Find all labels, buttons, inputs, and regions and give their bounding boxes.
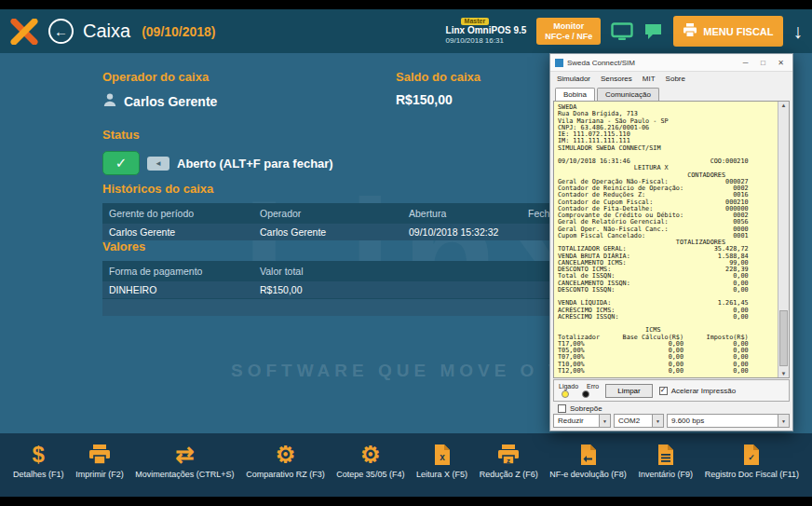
topbar-right: Master Linx OmniPOS 9.5 09/10/2018 16:31…	[446, 16, 803, 47]
menu-fiscal-button[interactable]: MENU FISCAL	[673, 16, 782, 47]
status-section: Status ✓ ◄ Aberto (ALT+F para fechar)	[102, 128, 333, 175]
receipt-scrollbar[interactable]: ▲ ▼	[778, 102, 789, 377]
toolbar-item-imprimir[interactable]: Imprimir (F2)	[75, 440, 124, 479]
svg-text:✓: ✓	[749, 453, 756, 462]
com-port-select[interactable]: COM2 ▼	[614, 414, 664, 428]
led-group: Ligado Erro	[559, 383, 599, 398]
saldo-heading: Saldo do caixa	[396, 70, 480, 84]
document-return-icon	[579, 440, 598, 466]
menu-sobre[interactable]: Sobre	[666, 75, 685, 83]
saldo-value: R$150,00	[396, 92, 453, 107]
app-info: Master Linx OmniPOS 9.5 09/10/2018 16:31	[446, 18, 527, 45]
chevron-down-icon: ▼	[652, 415, 663, 427]
baud-rate-select[interactable]: 9.600 bps ▼	[667, 414, 790, 428]
monitor-icon[interactable]	[611, 22, 633, 41]
toolbar-item-cotepe[interactable]: ⚙ Cotepe 35/05 (F4)	[336, 440, 404, 479]
app-name: Linx OmniPOS 9.5	[446, 25, 527, 36]
status-value: Aberto (ALT+F para fechar)	[177, 157, 333, 171]
sweda-window-title: Sweda Connect/SIM	[567, 59, 735, 67]
receipt-text: SWEDA Rua Dona Brígida, 713 Vila Mariana…	[554, 102, 778, 377]
sweda-tabstrip: Bobina Comunicação	[550, 86, 792, 101]
printer-icon	[683, 23, 697, 39]
minimize-icon[interactable]: ─	[738, 59, 752, 67]
close-icon[interactable]: ✕	[774, 59, 788, 67]
page-date: (09/10/2018)	[142, 24, 215, 39]
saldo-section: Saldo do caixa R$150,00	[396, 70, 480, 107]
app-datetime: 09/10/2018 16:31	[446, 36, 504, 45]
sweda-app-icon	[555, 59, 563, 67]
bottom-toolbar: $ Detalhes (F1) Imprimir (F2) ⇄ Moviment…	[0, 433, 812, 497]
ligado-label: Ligado	[559, 383, 578, 390]
scrollbar-thumb[interactable]	[779, 310, 788, 366]
menu-simulador[interactable]: Simulador	[557, 75, 590, 83]
status-heading: Status	[102, 128, 333, 142]
back-arrow-icon: ←	[54, 23, 68, 39]
operador-section: Operador do caixa Carlos Gerente	[102, 70, 217, 110]
toolbar-item-reducao-z[interactable]: z Redução Z (F6)	[480, 440, 538, 479]
sweda-controls: Ligado Erro Limpar ✓ Acelerar Impressão …	[553, 379, 790, 428]
checkbox-checked-icon: ✓	[659, 387, 668, 395]
toolbar-item-detalhes[interactable]: $ Detalhes (F1)	[13, 440, 64, 479]
user-icon	[102, 92, 117, 110]
tab-bobina[interactable]: Bobina	[555, 88, 595, 101]
scroll-down-icon[interactable]: ▼	[778, 371, 789, 376]
linx-logo	[9, 19, 39, 45]
monitor-nfce-button[interactable]: Monitor NFC-e / NFe	[536, 18, 601, 46]
toolbar-item-comparativo-rz[interactable]: ⚙ Comparativo RZ (F3)	[246, 440, 325, 479]
printer-icon	[88, 440, 112, 466]
chevron-down-icon: ▼	[778, 415, 789, 427]
operador-value: Carlos Gerente	[124, 94, 217, 109]
ligado-led	[562, 390, 569, 398]
toolbar-item-inventario[interactable]: Inventário (F9)	[638, 440, 693, 479]
page-title: Caixa	[83, 21, 130, 42]
back-button[interactable]: ←	[48, 19, 74, 44]
sweda-window: Sweda Connect/SIM ─ □ ✕ Simulador Sensor…	[549, 53, 793, 431]
sobrepoe-checkbox[interactable]: Sobrepõe	[558, 404, 602, 413]
checkbox-unchecked-icon	[558, 404, 566, 413]
receipt-area: SWEDA Rua Dona Brígida, 713 Vila Mariana…	[553, 101, 790, 378]
erro-led	[582, 390, 589, 398]
dollar-icon: $	[33, 440, 45, 466]
down-arrow-icon[interactable]: ↓	[793, 21, 804, 41]
gear-icon: ⚙	[276, 440, 296, 466]
menu-mit[interactable]: MIT	[643, 75, 656, 83]
tab-comunicacao[interactable]: Comunicação	[597, 88, 659, 101]
acelerar-checkbox[interactable]: ✓ Acelerar Impressão	[659, 387, 736, 395]
check-icon: ✓	[115, 155, 128, 171]
menu-sensores[interactable]: Sensores	[601, 75, 632, 83]
connection-settings-row: Reduzir ▼ COM2 ▼ 9.600 bps ▼	[553, 414, 790, 428]
toolbar-item-movimentacoes[interactable]: ⇄ Movimentações (CTRL+S)	[135, 440, 234, 479]
chevron-down-icon: ▼	[599, 415, 610, 427]
svg-text:z: z	[507, 457, 510, 465]
caixa-open-toggle-button[interactable]: ✓	[102, 151, 140, 175]
transfer-arrows-icon: ⇄	[175, 440, 194, 466]
toolbar-item-registro-doc-fiscal[interactable]: ✓ Registro Doc Fiscal (F11)	[705, 440, 799, 479]
operador-heading: Operador do caixa	[102, 70, 217, 84]
reduzir-select[interactable]: Reduzir ▼	[553, 414, 611, 428]
toggle-arrow-icon: ◄	[155, 159, 162, 168]
chat-icon[interactable]	[643, 22, 663, 40]
limpar-button[interactable]: Limpar	[605, 384, 652, 398]
sweda-menubar: Simulador Sensores MIT Sobre	[550, 72, 792, 86]
svg-text:x: x	[440, 452, 445, 462]
status-led-box: Ligado Erro Limpar ✓ Acelerar Impressão	[553, 379, 790, 402]
printer-z-icon: z	[496, 440, 521, 466]
scroll-up-icon[interactable]: ▲	[778, 103, 789, 108]
master-badge: Master	[461, 18, 490, 25]
gear-icon: ⚙	[360, 440, 381, 466]
toolbar-item-leitura-x[interactable]: x Leitura X (F5)	[416, 440, 467, 479]
status-toggle[interactable]: ◄	[147, 157, 169, 171]
document-icon: ✓	[742, 440, 761, 466]
erro-label: Erro	[587, 383, 599, 390]
maximize-icon[interactable]: □	[756, 59, 770, 67]
sweda-titlebar[interactable]: Sweda Connect/SIM ─ □ ✕	[550, 54, 792, 72]
document-x-icon: x	[433, 440, 452, 466]
toolbar-item-nfe-devolucao[interactable]: NF-e devolução (F8)	[549, 440, 627, 479]
topbar: ← Caixa (09/10/2018) Master Linx OmniPOS…	[0, 9, 812, 53]
screen: ← Caixa (09/10/2018) Master Linx OmniPOS…	[0, 0, 812, 506]
clipboard-icon	[656, 440, 675, 466]
